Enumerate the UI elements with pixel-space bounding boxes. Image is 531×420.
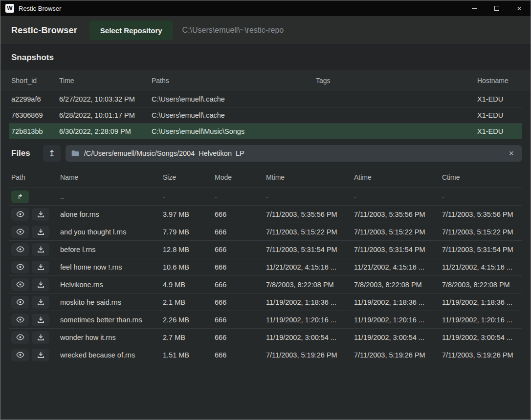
files-table-body: ↱ .. - - - - -	[9, 188, 522, 363]
files-heading: Files	[11, 148, 30, 158]
file-row[interactable]: wonder how it.rns 2.7 MB 666 11/19/2002,…	[9, 328, 522, 346]
column-header-paths[interactable]: Paths	[150, 77, 314, 84]
file-size: 10.6 MB	[161, 263, 213, 271]
file-mtime: 11/19/2002, 3:00:54 ...	[264, 334, 352, 341]
file-row[interactable]: Helvikone.rns 4.9 MB 666 7/8/2003, 8:22:…	[9, 275, 522, 293]
column-header-hostname[interactable]: Hostname	[475, 77, 522, 84]
preview-file-button[interactable]	[11, 226, 29, 238]
preview-file-button[interactable]	[11, 261, 29, 273]
app-window: W Restic Browser × Restic-Browser Select…	[0, 0, 531, 420]
file-name: alone for.rns	[58, 210, 161, 218]
download-file-button[interactable]	[32, 296, 49, 309]
snapshot-hostname: X1-EDU	[475, 95, 522, 103]
file-name: wonder how it.rns	[58, 334, 161, 341]
path-breadcrumb[interactable]: /C/Users/emuell/Music/Songs/2004_Helveti…	[66, 145, 522, 162]
maximize-button[interactable]	[486, 0, 508, 16]
column-header-time[interactable]: Time	[57, 77, 150, 84]
download-file-button[interactable]	[32, 208, 49, 221]
download-icon	[37, 316, 44, 323]
clear-path-icon[interactable]: ×	[507, 148, 516, 159]
file-size: 4.9 MB	[161, 281, 213, 289]
arrow-up-right-icon: ↱	[17, 193, 23, 200]
download-file-button[interactable]	[32, 278, 49, 291]
file-row[interactable]: alone for.rns 3.97 MB 666 7/11/2003, 5:3…	[9, 205, 522, 223]
file-mtime: 7/8/2003, 8:22:08 PM	[264, 281, 352, 289]
download-file-button[interactable]	[32, 349, 49, 361]
file-name: Helvikone.rns	[58, 281, 161, 289]
select-repository-button[interactable]: Select Repository	[89, 21, 173, 40]
parent-directory-button[interactable]: ↥	[43, 145, 61, 162]
preview-file-button[interactable]	[11, 331, 29, 344]
parent-row-mtime: -	[264, 193, 352, 201]
files-toolbar: Files ↥ /C/Users/emuell/Music/Songs/2004…	[0, 140, 531, 167]
column-header-path[interactable]: Path	[9, 173, 58, 181]
snapshot-row[interactable]: 72b813bb 6/30/2022, 2:28:09 PM C:\Users\…	[9, 123, 522, 139]
file-ctime: 7/11/2003, 5:19:26 PM	[440, 351, 522, 359]
file-row[interactable]: wrecked because of.rns 1.51 MB 666 7/11/…	[9, 346, 522, 363]
parent-row-name: ..	[58, 193, 161, 201]
file-name: moskito he said.rns	[58, 298, 161, 306]
go-up-button[interactable]: ↱	[11, 190, 29, 203]
download-file-button[interactable]	[32, 226, 49, 238]
file-mode: 666	[213, 210, 264, 218]
file-mtime: 11/21/2002, 4:15:16 ...	[264, 263, 352, 271]
file-ctime: 11/19/2002, 1:20:16 ...	[440, 316, 522, 324]
column-header-size[interactable]: Size	[161, 173, 213, 181]
file-row[interactable]: before l.rns 12.8 MB 666 7/11/2003, 5:31…	[9, 240, 522, 258]
download-icon	[37, 211, 44, 218]
file-row[interactable]: feel home now !.rns 10.6 MB 666 11/21/20…	[9, 258, 522, 275]
file-ctime: 7/11/2003, 5:35:56 PM	[440, 210, 522, 218]
eye-icon	[16, 264, 24, 270]
eye-icon	[16, 281, 24, 288]
download-file-button[interactable]	[32, 243, 49, 256]
column-header-short-id[interactable]: Short_id	[9, 77, 57, 84]
preview-file-button[interactable]	[11, 349, 29, 361]
file-name: feel home now !.rns	[58, 263, 161, 271]
file-atime: 7/11/2003, 5:35:56 PM	[352, 210, 440, 218]
parent-row[interactable]: ↱ .. - - - - -	[9, 188, 522, 205]
file-row[interactable]: and you thought l.rns 7.79 MB 666 7/11/2…	[9, 223, 522, 240]
close-button[interactable]: ×	[508, 0, 531, 16]
file-row[interactable]: moskito he said.rns 2.1 MB 666 11/19/200…	[9, 293, 522, 311]
file-ctime: 11/19/2002, 1:18:36 ...	[440, 298, 522, 306]
preview-file-button[interactable]	[11, 314, 29, 326]
column-header-ctime[interactable]: Ctime	[440, 173, 522, 181]
file-mtime: 7/11/2003, 5:15:22 PM	[264, 228, 352, 236]
file-mode: 666	[213, 351, 264, 359]
download-icon	[37, 246, 44, 253]
column-header-tags[interactable]: Tags	[314, 77, 475, 84]
minimize-button[interactable]	[463, 0, 486, 16]
files-table-header: Path Name Size Mode Mtime Atime Ctime	[9, 167, 522, 188]
download-icon	[37, 281, 44, 288]
column-header-name[interactable]: Name	[58, 173, 161, 181]
column-header-mtime[interactable]: Mtime	[264, 173, 352, 181]
preview-file-button[interactable]	[11, 243, 29, 256]
download-icon	[37, 334, 44, 341]
file-mtime: 11/19/2002, 1:18:36 ...	[264, 298, 352, 306]
file-size: 2.26 MB	[161, 316, 213, 324]
eye-icon	[16, 299, 24, 305]
preview-file-button[interactable]	[11, 296, 29, 309]
preview-file-button[interactable]	[11, 208, 29, 221]
download-file-button[interactable]	[32, 331, 49, 344]
file-size: 12.8 MB	[161, 246, 213, 253]
parent-row-atime: -	[352, 193, 440, 201]
column-header-atime[interactable]: Atime	[352, 173, 440, 181]
file-ctime: 7/8/2003, 8:22:08 PM	[440, 281, 522, 289]
eye-icon	[16, 229, 24, 235]
snapshot-row[interactable]: 76306869 6/28/2022, 10:01:17 PM C:\Users…	[9, 107, 522, 123]
download-file-button[interactable]	[32, 261, 49, 273]
preview-file-button[interactable]	[11, 278, 29, 291]
download-icon	[37, 352, 44, 358]
file-atime: 11/21/2002, 4:15:16 ...	[352, 263, 440, 271]
empty-area	[0, 363, 531, 420]
file-name: before l.rns	[58, 246, 161, 253]
download-file-button[interactable]	[32, 314, 49, 326]
file-row[interactable]: sometimes better than.rns 2.26 MB 666 11…	[9, 311, 522, 328]
column-header-mode[interactable]: Mode	[213, 173, 264, 181]
snapshot-hostname: X1-EDU	[475, 111, 522, 119]
snapshot-paths: C:\Users\emuell\Music\Songs	[150, 127, 314, 135]
eye-icon	[16, 352, 24, 358]
arrow-up-from-bar-icon: ↥	[48, 148, 55, 158]
snapshot-row[interactable]: a2299af6 6/27/2022, 10:03:32 PM C:\Users…	[9, 91, 522, 107]
